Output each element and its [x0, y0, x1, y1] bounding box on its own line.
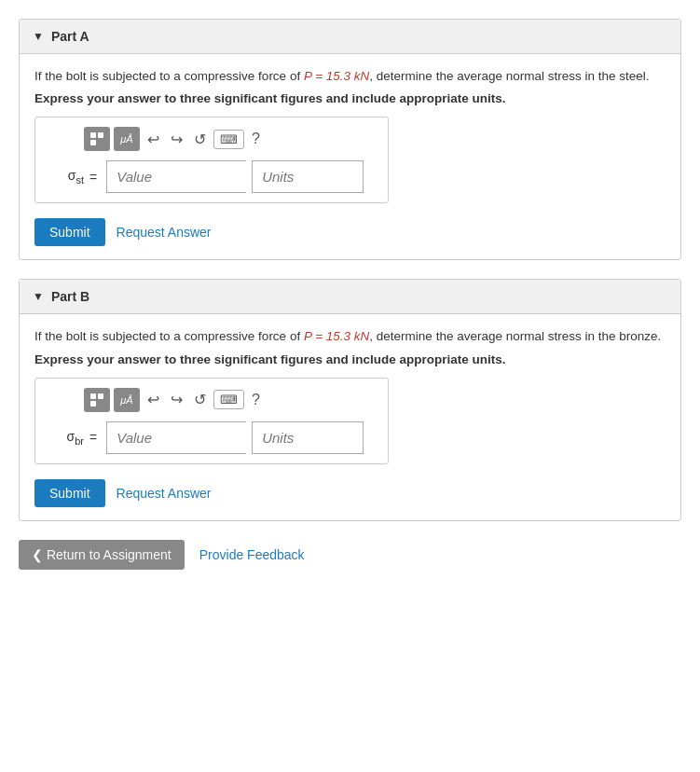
footer-bar: ❮ Return to Assignment Provide Feedback — [19, 540, 681, 570]
part-b-equals: = — [89, 430, 97, 445]
part-b-collapse-arrow[interactable]: ▼ — [33, 290, 44, 303]
part-b-grid-btn[interactable] — [84, 388, 110, 412]
part-b-input-box: μÅ ↩ ↪ ↺ ⌨ ? σbr = — [34, 378, 389, 464]
part-b-sigma-sub: br — [75, 434, 84, 446]
part-b-submit-button[interactable]: Submit — [34, 479, 105, 507]
part-a-grid-btn[interactable] — [84, 127, 110, 151]
part-a-sigma-label: σst — [47, 168, 84, 186]
part-a-body: If the bolt is subjected to a compressiv… — [20, 54, 680, 259]
part-a-sigma-sub: st — [75, 174, 84, 186]
svg-rect-5 — [90, 401, 96, 407]
part-a-description: If the bolt is subjected to a compressiv… — [34, 67, 666, 86]
part-a-help-icon[interactable]: ? — [248, 129, 264, 149]
part-a-toolbar: μÅ ↩ ↪ ↺ ⌨ ? — [47, 127, 377, 151]
part-a-express: Express your answer to three significant… — [34, 91, 666, 105]
part-a-button-row: Submit Request Answer — [34, 218, 666, 246]
part-a-desc-prefix: If the bolt is subjected to a compressiv… — [34, 69, 304, 83]
part-b-desc-math: P = 15.3 kN — [304, 329, 369, 343]
part-b-header[interactable]: ▼ Part B — [20, 280, 680, 314]
svg-rect-0 — [90, 132, 96, 138]
part-a-ua-btn[interactable]: μÅ — [114, 127, 140, 151]
part-b-refresh-btn[interactable]: ↺ — [190, 389, 210, 410]
provide-feedback-link[interactable]: Provide Feedback — [199, 547, 305, 562]
return-to-assignment-button[interactable]: ❮ Return to Assignment — [19, 540, 185, 570]
part-b-sigma-label: σbr — [47, 429, 84, 447]
part-a-value-input[interactable] — [106, 160, 246, 193]
part-a-redo-btn[interactable]: ↪ — [167, 129, 186, 150]
part-b-express: Express your answer to three significant… — [34, 352, 666, 366]
svg-rect-2 — [90, 140, 96, 145]
part-b-redo-btn[interactable]: ↪ — [167, 389, 186, 410]
part-b-desc-suffix: , determine the average normal stress in… — [369, 329, 661, 343]
part-a-desc-math: P = 15.3 kN — [304, 69, 369, 83]
part-b-ua-btn[interactable]: μÅ — [114, 388, 140, 412]
part-b-description: If the bolt is subjected to a compressiv… — [34, 327, 666, 346]
part-a-answer-row: σst = — [47, 160, 377, 193]
part-b-help-icon[interactable]: ? — [248, 390, 264, 410]
part-a-refresh-btn[interactable]: ↺ — [190, 129, 210, 150]
part-b-keyboard-btn[interactable]: ⌨ — [213, 390, 244, 409]
part-a-units-input[interactable] — [252, 160, 364, 193]
part-b-value-input[interactable] — [106, 421, 246, 454]
part-a-input-box: μÅ ↩ ↪ ↺ ⌨ ? σst = — [34, 117, 389, 203]
part-b-undo-btn[interactable]: ↩ — [144, 389, 163, 410]
part-b-answer-row: σbr = — [47, 421, 377, 454]
svg-rect-4 — [98, 393, 103, 399]
part-a-title: Part A — [51, 29, 89, 44]
part-b-toolbar: μÅ ↩ ↪ ↺ ⌨ ? — [47, 388, 377, 412]
part-a-collapse-arrow[interactable]: ▼ — [33, 30, 44, 43]
part-a-keyboard-btn[interactable]: ⌨ — [213, 130, 244, 149]
part-b-desc-prefix: If the bolt is subjected to a compressiv… — [34, 329, 304, 343]
part-b-request-answer-link[interactable]: Request Answer — [117, 486, 212, 501]
part-b-button-row: Submit Request Answer — [34, 479, 666, 507]
part-a-header[interactable]: ▼ Part A — [20, 20, 680, 54]
part-a-submit-button[interactable]: Submit — [34, 218, 105, 246]
svg-rect-1 — [98, 132, 103, 138]
part-a-undo-btn[interactable]: ↩ — [144, 129, 163, 150]
part-b-body: If the bolt is subjected to a compressiv… — [20, 314, 680, 519]
part-b-section: ▼ Part B If the bolt is subjected to a c… — [19, 279, 681, 520]
part-a-desc-suffix: , determine the average normal stress in… — [369, 69, 649, 83]
part-a-request-answer-link[interactable]: Request Answer — [117, 225, 212, 240]
part-a-section: ▼ Part A If the bolt is subjected to a c… — [19, 19, 681, 260]
part-b-title: Part B — [51, 289, 89, 304]
svg-rect-3 — [90, 393, 96, 399]
part-a-equals: = — [89, 170, 97, 185]
part-b-units-input[interactable] — [252, 421, 364, 454]
